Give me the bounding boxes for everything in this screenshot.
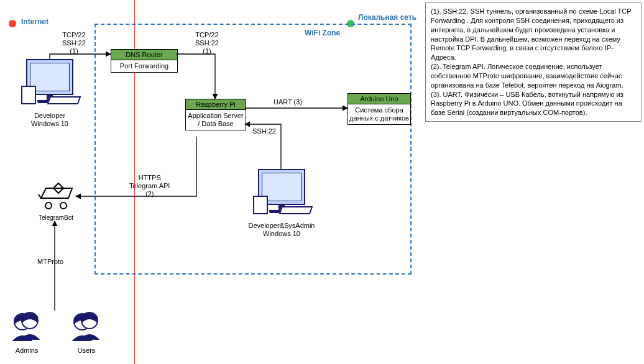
edge-users-bot-label: MTProto bbox=[37, 258, 63, 266]
arduino-body: Система сбора данных с датчиков bbox=[348, 104, 410, 124]
raspberry-body: Application Server / Data Base bbox=[186, 110, 246, 130]
edge-devlocal-rasp-label: SSH:22 bbox=[252, 127, 276, 135]
internet-label: Internet bbox=[21, 17, 48, 26]
diagram-canvas: { "zones": { "internet": "Internet", "lo… bbox=[0, 0, 644, 364]
dns-router-node: DNS Router Port Forwarding bbox=[111, 49, 178, 73]
users-label: Users bbox=[65, 347, 108, 354]
legend-item-1: (1). SSH:22. SSH туннель, организованный… bbox=[431, 7, 636, 62]
svg-point-1 bbox=[60, 202, 67, 209]
developer-pc-local-label: Developer&SysAdmin Windows 10 bbox=[241, 222, 322, 238]
developer-pc-local: Developer&SysAdmin Windows 10 bbox=[241, 169, 322, 238]
users-icon: Users bbox=[65, 311, 108, 354]
telegram-bot: TelegramBot bbox=[34, 182, 78, 221]
svg-point-0 bbox=[45, 202, 52, 209]
raspberry-title: Raspberry Pi bbox=[186, 99, 246, 110]
arduino-node: Arduino Uno Система сбора данных с датчи… bbox=[347, 93, 411, 125]
legend-item-3: (3). UART. Физически – USB Кабель, воткн… bbox=[431, 90, 636, 118]
edge-dev-router-label: TCP/22 SSH:22 (1) bbox=[62, 31, 86, 56]
arduino-title: Arduino Uno bbox=[348, 94, 410, 104]
legend-panel: (1). SSH:22. SSH туннель, организованный… bbox=[425, 2, 642, 122]
legend-item-2: (2). Telegram API. Логическое соединение… bbox=[431, 62, 636, 90]
admins-icon: Admins bbox=[5, 311, 48, 354]
dns-router-body: Port Forwarding bbox=[111, 60, 177, 72]
developer-pc-internet: Developer Windows 10 bbox=[24, 59, 76, 128]
internet-dot bbox=[9, 20, 16, 27]
telegram-bot-label: TelegramBot bbox=[34, 214, 78, 221]
local-net-label: Локальная сеть bbox=[358, 14, 416, 22]
edge-router-rasp-label: TCP/22 SSH:22 (1) bbox=[195, 31, 219, 56]
edge-rasp-arduino-label: UART (3) bbox=[274, 98, 302, 106]
admins-label: Admins bbox=[5, 347, 48, 354]
edge-rasp-bot-label: HTTPS Telegram API (2) bbox=[129, 174, 170, 199]
dns-router-title: DNS Router bbox=[111, 50, 177, 60]
developer-pc-internet-label: Developer Windows 10 bbox=[24, 112, 76, 128]
wifi-zone-label: WiFi Zone bbox=[305, 29, 340, 37]
raspberry-node: Raspberry Pi Application Server / Data B… bbox=[185, 99, 246, 130]
